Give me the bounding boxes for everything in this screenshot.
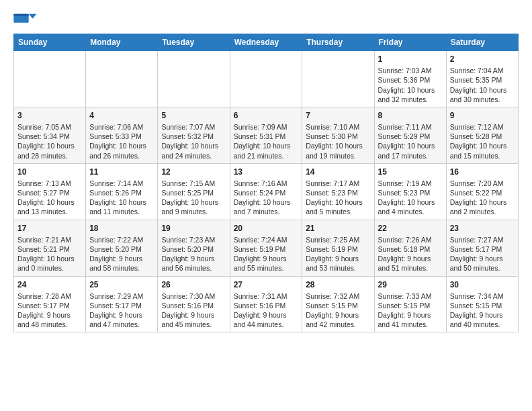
calendar-week-row: 1Sunrise: 7:03 AM Sunset: 5:36 PM Daylig… (14, 51, 519, 107)
day-number: 10 (17, 167, 82, 177)
day-info: Sunrise: 7:15 AM Sunset: 5:25 PM Dayligh… (161, 179, 226, 217)
calendar-day-cell: 14Sunrise: 7:17 AM Sunset: 5:23 PM Dayli… (302, 163, 374, 220)
day-number: 14 (306, 167, 370, 177)
calendar-day-cell: 12Sunrise: 7:15 AM Sunset: 5:25 PM Dayli… (158, 163, 230, 220)
day-number: 23 (450, 223, 515, 234)
calendar-day-cell: 29Sunrise: 7:33 AM Sunset: 5:15 PM Dayli… (374, 276, 446, 332)
day-of-week-header: Thursday (302, 34, 374, 51)
calendar-day-cell: 30Sunrise: 7:34 AM Sunset: 5:15 PM Dayli… (446, 276, 518, 332)
calendar-day-cell: 17Sunrise: 7:21 AM Sunset: 5:21 PM Dayli… (14, 220, 86, 276)
day-number: 18 (89, 223, 154, 234)
day-info: Sunrise: 7:21 AM Sunset: 5:21 PM Dayligh… (17, 235, 82, 273)
day-info: Sunrise: 7:14 AM Sunset: 5:26 PM Dayligh… (89, 179, 154, 217)
day-number: 26 (161, 279, 226, 290)
day-number: 29 (378, 279, 443, 290)
calendar-week-row: 17Sunrise: 7:21 AM Sunset: 5:21 PM Dayli… (14, 220, 519, 276)
logo-icon (13, 11, 38, 24)
day-number: 21 (306, 223, 370, 234)
calendar-day-cell: 28Sunrise: 7:32 AM Sunset: 5:15 PM Dayli… (302, 276, 374, 332)
day-info: Sunrise: 7:28 AM Sunset: 5:17 PM Dayligh… (17, 291, 82, 330)
day-number: 17 (17, 223, 82, 234)
day-number: 19 (161, 223, 226, 234)
calendar-day-cell: 16Sunrise: 7:20 AM Sunset: 5:22 PM Dayli… (446, 163, 518, 220)
day-info: Sunrise: 7:31 AM Sunset: 5:16 PM Dayligh… (234, 291, 299, 330)
calendar-day-cell (230, 51, 302, 107)
day-info: Sunrise: 7:30 AM Sunset: 5:16 PM Dayligh… (161, 291, 226, 330)
calendar-day-cell: 25Sunrise: 7:29 AM Sunset: 5:17 PM Dayli… (86, 276, 158, 332)
day-number: 5 (161, 110, 226, 121)
calendar-day-cell: 15Sunrise: 7:19 AM Sunset: 5:23 PM Dayli… (374, 163, 446, 220)
logo (13, 11, 38, 27)
calendar-day-cell: 13Sunrise: 7:16 AM Sunset: 5:24 PM Dayli… (230, 163, 302, 220)
day-of-week-header: Sunday (14, 34, 86, 51)
svg-rect-2 (13, 14, 28, 16)
day-info: Sunrise: 7:20 AM Sunset: 5:22 PM Dayligh… (450, 179, 515, 217)
day-number: 7 (306, 110, 370, 121)
day-of-week-header: Monday (86, 34, 158, 51)
calendar-day-cell: 10Sunrise: 7:13 AM Sunset: 5:27 PM Dayli… (14, 163, 86, 220)
svg-marker-1 (29, 14, 37, 19)
calendar-day-cell: 24Sunrise: 7:28 AM Sunset: 5:17 PM Dayli… (14, 276, 86, 332)
day-info: Sunrise: 7:24 AM Sunset: 5:19 PM Dayligh… (234, 235, 299, 273)
day-number: 9 (450, 110, 515, 121)
calendar-day-cell: 20Sunrise: 7:24 AM Sunset: 5:19 PM Dayli… (230, 220, 302, 276)
day-number: 25 (89, 279, 154, 290)
calendar-day-cell: 8Sunrise: 7:11 AM Sunset: 5:29 PM Daylig… (374, 107, 446, 163)
day-number: 4 (89, 110, 154, 121)
day-info: Sunrise: 7:06 AM Sunset: 5:33 PM Dayligh… (89, 122, 154, 161)
day-info: Sunrise: 7:23 AM Sunset: 5:20 PM Dayligh… (161, 235, 226, 273)
calendar-day-cell: 7Sunrise: 7:10 AM Sunset: 5:30 PM Daylig… (302, 107, 374, 163)
day-info: Sunrise: 7:26 AM Sunset: 5:18 PM Dayligh… (378, 235, 443, 273)
day-number: 3 (17, 110, 82, 121)
day-info: Sunrise: 7:04 AM Sunset: 5:35 PM Dayligh… (450, 66, 515, 104)
day-number: 1 (378, 54, 443, 64)
calendar-day-cell: 27Sunrise: 7:31 AM Sunset: 5:16 PM Dayli… (230, 276, 302, 332)
day-info: Sunrise: 7:05 AM Sunset: 5:34 PM Dayligh… (17, 122, 82, 161)
day-number: 16 (450, 167, 515, 177)
day-info: Sunrise: 7:12 AM Sunset: 5:28 PM Dayligh… (450, 122, 515, 161)
calendar-day-cell (158, 51, 230, 107)
day-info: Sunrise: 7:16 AM Sunset: 5:24 PM Dayligh… (234, 179, 299, 217)
day-of-week-header: Saturday (446, 34, 518, 51)
day-number: 8 (378, 110, 443, 121)
day-number: 11 (89, 167, 154, 177)
calendar-day-cell: 2Sunrise: 7:04 AM Sunset: 5:35 PM Daylig… (446, 51, 518, 107)
day-info: Sunrise: 7:10 AM Sunset: 5:30 PM Dayligh… (306, 122, 370, 161)
day-of-week-header: Friday (374, 34, 446, 51)
calendar-day-cell: 1Sunrise: 7:03 AM Sunset: 5:36 PM Daylig… (374, 51, 446, 107)
calendar-header-row: SundayMondayTuesdayWednesdayThursdayFrid… (14, 34, 519, 51)
day-info: Sunrise: 7:13 AM Sunset: 5:27 PM Dayligh… (17, 179, 82, 217)
calendar-day-cell: 11Sunrise: 7:14 AM Sunset: 5:26 PM Dayli… (86, 163, 158, 220)
header (13, 11, 519, 27)
calendar-day-cell: 22Sunrise: 7:26 AM Sunset: 5:18 PM Dayli… (374, 220, 446, 276)
day-number: 13 (234, 167, 299, 177)
calendar-day-cell: 21Sunrise: 7:25 AM Sunset: 5:19 PM Dayli… (302, 220, 374, 276)
day-number: 6 (234, 110, 299, 121)
day-number: 28 (306, 279, 370, 290)
calendar-day-cell: 19Sunrise: 7:23 AM Sunset: 5:20 PM Dayli… (158, 220, 230, 276)
day-of-week-header: Tuesday (158, 34, 230, 51)
day-number: 15 (378, 167, 443, 177)
day-info: Sunrise: 7:03 AM Sunset: 5:36 PM Dayligh… (378, 66, 443, 104)
day-number: 24 (17, 279, 82, 290)
day-info: Sunrise: 7:32 AM Sunset: 5:15 PM Dayligh… (306, 291, 370, 330)
calendar-day-cell: 23Sunrise: 7:27 AM Sunset: 5:17 PM Dayli… (446, 220, 518, 276)
calendar-day-cell: 9Sunrise: 7:12 AM Sunset: 5:28 PM Daylig… (446, 107, 518, 163)
day-info: Sunrise: 7:09 AM Sunset: 5:31 PM Dayligh… (234, 122, 299, 161)
calendar-day-cell: 18Sunrise: 7:22 AM Sunset: 5:20 PM Dayli… (86, 220, 158, 276)
day-number: 27 (234, 279, 299, 290)
day-number: 2 (450, 54, 515, 64)
day-info: Sunrise: 7:17 AM Sunset: 5:23 PM Dayligh… (306, 179, 370, 217)
day-info: Sunrise: 7:27 AM Sunset: 5:17 PM Dayligh… (450, 235, 515, 273)
day-info: Sunrise: 7:34 AM Sunset: 5:15 PM Dayligh… (450, 291, 515, 330)
day-info: Sunrise: 7:33 AM Sunset: 5:15 PM Dayligh… (378, 291, 443, 330)
day-info: Sunrise: 7:19 AM Sunset: 5:23 PM Dayligh… (378, 179, 443, 217)
calendar-day-cell (86, 51, 158, 107)
calendar-day-cell: 4Sunrise: 7:06 AM Sunset: 5:33 PM Daylig… (86, 107, 158, 163)
calendar-week-row: 3Sunrise: 7:05 AM Sunset: 5:34 PM Daylig… (14, 107, 519, 163)
day-info: Sunrise: 7:22 AM Sunset: 5:20 PM Dayligh… (89, 235, 154, 273)
calendar-day-cell: 6Sunrise: 7:09 AM Sunset: 5:31 PM Daylig… (230, 107, 302, 163)
day-info: Sunrise: 7:07 AM Sunset: 5:32 PM Dayligh… (161, 122, 226, 161)
calendar-table: SundayMondayTuesdayWednesdayThursdayFrid… (13, 34, 519, 332)
day-of-week-header: Wednesday (230, 34, 302, 51)
